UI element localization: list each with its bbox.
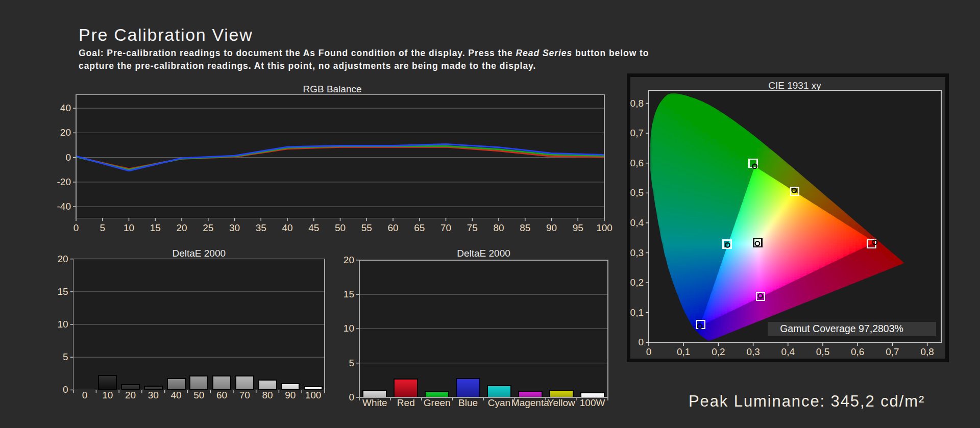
svg-text:25: 25 [203,222,213,233]
svg-text:0,7: 0,7 [630,128,644,138]
svg-text:90: 90 [546,222,557,233]
svg-text:100W: 100W [580,397,605,408]
svg-text:Blue: Blue [458,397,478,408]
svg-text:0: 0 [646,346,652,357]
svg-text:0,1: 0,1 [677,346,690,357]
svg-text:Green: Green [424,397,451,408]
svg-text:RGB Balance: RGB Balance [303,84,361,94]
svg-text:0: 0 [349,392,354,402]
svg-text:0,6: 0,6 [630,158,644,168]
svg-text:100: 100 [305,390,322,400]
svg-text:Pre Calibration View: Pre Calibration View [79,25,253,44]
svg-text:20: 20 [344,255,354,265]
svg-text:0,2: 0,2 [630,277,644,288]
svg-text:0: 0 [63,384,68,395]
svg-text:55: 55 [361,222,372,233]
svg-text:65: 65 [414,222,425,233]
svg-text:0: 0 [65,152,71,163]
svg-text:20: 20 [125,390,136,400]
svg-text:15: 15 [344,289,354,299]
svg-text:0,2: 0,2 [712,346,725,357]
svg-text:0,3: 0,3 [746,346,760,357]
svg-text:Yellow: Yellow [548,397,576,408]
svg-text:0,8: 0,8 [920,346,934,357]
svg-text:90: 90 [285,390,296,400]
svg-text:Red: Red [397,397,415,408]
svg-text:0,5: 0,5 [630,187,644,198]
svg-text:capture the pre-calibration re: capture the pre-calibration readings. At… [79,61,536,71]
svg-text:95: 95 [573,222,583,233]
svg-text:45: 45 [308,222,319,233]
svg-text:10: 10 [58,319,68,330]
svg-text:100: 100 [596,222,612,233]
svg-text:10: 10 [344,323,354,334]
svg-text:30: 30 [148,390,159,400]
svg-text:CIE 1931 xy: CIE 1931 xy [768,80,821,91]
svg-text:50: 50 [193,390,204,400]
svg-text:20: 20 [60,127,71,138]
svg-text:0,8: 0,8 [630,98,644,109]
svg-text:0,1: 0,1 [630,307,644,318]
svg-text:Magenta: Magenta [511,397,549,408]
svg-text:Peak Luminance: 345,2 cd/m²: Peak Luminance: 345,2 cd/m² [689,392,925,410]
svg-text:5: 5 [349,358,354,368]
svg-text:70: 70 [440,222,451,233]
svg-text:60: 60 [216,390,227,400]
svg-text:80: 80 [493,222,504,233]
svg-text:0: 0 [82,390,88,400]
svg-text:White: White [362,397,387,408]
svg-text:85: 85 [520,222,530,233]
svg-text:-20: -20 [57,177,71,187]
svg-text:5: 5 [100,222,106,233]
svg-text:15: 15 [150,222,161,233]
svg-text:0,7: 0,7 [886,346,899,357]
svg-text:30: 30 [229,222,240,233]
svg-text:0,4: 0,4 [781,346,795,357]
svg-text:Cyan: Cyan [488,397,510,408]
svg-text:80: 80 [262,390,273,400]
svg-text:10: 10 [124,222,134,233]
svg-text:40: 40 [282,222,292,233]
svg-text:-40: -40 [57,201,71,212]
svg-text:DeltaE 2000: DeltaE 2000 [457,248,510,259]
svg-text:0,6: 0,6 [851,346,864,357]
svg-text:20: 20 [176,222,187,233]
svg-text:0,3: 0,3 [630,247,644,258]
svg-text:20: 20 [58,254,68,264]
svg-text:0: 0 [638,337,644,347]
svg-text:0,4: 0,4 [630,217,644,228]
svg-text:0,5: 0,5 [816,346,829,357]
svg-text:40: 40 [60,103,71,113]
svg-text:35: 35 [256,222,266,233]
svg-text:60: 60 [387,222,398,233]
svg-text:15: 15 [58,286,68,297]
svg-text:50: 50 [335,222,346,233]
svg-text:40: 40 [171,390,182,400]
svg-text:75: 75 [467,222,478,233]
svg-text:10: 10 [102,390,113,400]
svg-text:Goal: Pre-calibration readings: Goal: Pre-calibration readings to docume… [79,48,649,58]
svg-text:5: 5 [63,351,68,362]
svg-text:DeltaE 2000: DeltaE 2000 [173,248,226,259]
svg-text:Gamut Coverage 97,2803%: Gamut Coverage 97,2803% [780,323,903,334]
svg-text:70: 70 [239,390,250,400]
svg-text:0: 0 [74,222,79,233]
